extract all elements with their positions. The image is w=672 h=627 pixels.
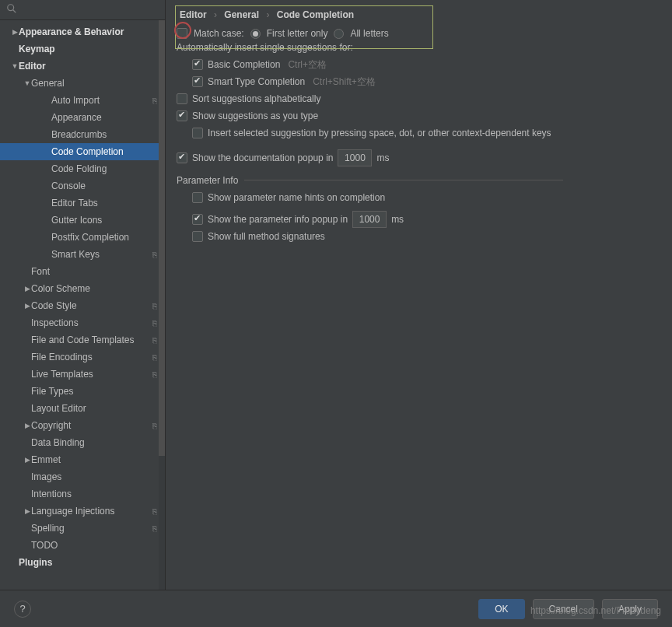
tree-item-label: Code Style: [31, 300, 152, 311]
basic-completion-checkbox[interactable]: [192, 59, 203, 70]
tree-item-inspections[interactable]: Inspections⎘: [0, 314, 165, 331]
project-badge-icon: ⎘: [152, 336, 157, 345]
tree-item-layout-editor[interactable]: Layout Editor: [0, 400, 165, 417]
tree-item-console[interactable]: Console: [0, 177, 165, 194]
tree-item-label: Breadcrumbs: [51, 129, 157, 140]
match-case-checkbox[interactable]: [177, 28, 187, 39]
tree-item-file-and-code-templates[interactable]: File and Code Templates⎘: [0, 331, 165, 349]
insert-selected-label[interactable]: Insert selected suggestion by pressing s…: [208, 128, 551, 138]
tree-item-plugins[interactable]: Plugins: [0, 554, 165, 571]
tree-item-appearance[interactable]: Appearance: [0, 109, 165, 126]
match-case-label[interactable]: Match case:: [194, 28, 244, 39]
name-hints-checkbox[interactable]: [192, 192, 203, 203]
param-popup-label1[interactable]: Show the parameter info popup in: [208, 214, 348, 225]
expand-arrow-icon[interactable]: ▶: [11, 28, 19, 36]
tree-item-appearance-behavior[interactable]: ▶Appearance & Behavior: [0, 23, 165, 40]
sort-alpha-checkbox[interactable]: [177, 93, 187, 104]
tree-item-label: Color Scheme: [31, 283, 157, 294]
tree-item-label: Postfix Completion: [51, 232, 157, 243]
scrollbar-thumb[interactable]: [159, 20, 165, 456]
tree-item-label: Plugins: [19, 557, 157, 568]
crumb-2[interactable]: Code Completion: [277, 9, 354, 20]
project-badge-icon: ⎘: [152, 370, 157, 379]
tree-item-label: Console: [51, 180, 157, 191]
doc-popup-checkbox[interactable]: [177, 152, 187, 163]
expand-arrow-icon[interactable]: ▶: [23, 422, 31, 429]
expand-arrow-icon[interactable]: ▶: [23, 285, 31, 292]
tree-item-color-scheme[interactable]: ▶Color Scheme: [0, 280, 165, 297]
full-sig-checkbox[interactable]: [192, 231, 203, 242]
tree-item-data-binding[interactable]: Data Binding: [0, 434, 165, 451]
doc-popup-input[interactable]: [338, 149, 372, 166]
tree-item-images[interactable]: Images: [0, 468, 165, 485]
ok-button[interactable]: OK: [478, 599, 524, 619]
show-type-checkbox[interactable]: [177, 110, 187, 121]
insert-selected-checkbox[interactable]: [192, 128, 203, 138]
tree-item-copyright[interactable]: ▶Copyright⎘: [0, 417, 165, 434]
smart-completion-checkbox[interactable]: [192, 76, 203, 87]
search-input[interactable]: [22, 5, 159, 16]
sort-alpha-label[interactable]: Sort suggestions alphabetically: [192, 93, 320, 104]
breadcrumb: Editor › General › Code Completion: [177, 6, 661, 25]
full-sig-label[interactable]: Show full method signatures: [208, 231, 325, 242]
tree-item-file-encodings[interactable]: File Encodings⎘: [0, 349, 165, 366]
match-all-label[interactable]: All letters: [350, 28, 388, 39]
expand-arrow-icon[interactable]: ▶: [23, 456, 31, 464]
tree-item-breadcrumbs[interactable]: Breadcrumbs: [0, 126, 165, 143]
expand-arrow-icon[interactable]: ▶: [23, 302, 31, 310]
basic-completion-label[interactable]: Basic Completion: [208, 59, 280, 70]
tree-item-editor-tabs[interactable]: Editor Tabs: [0, 194, 165, 212]
tree-item-intentions[interactable]: Intentions: [0, 485, 165, 503]
project-badge-icon: ⎘: [152, 250, 157, 259]
tree-item-smart-keys[interactable]: Smart Keys⎘: [0, 246, 165, 263]
tree-item-label: Intentions: [31, 489, 157, 499]
tree-item-label: Editor: [19, 61, 157, 72]
parameter-info-title: Parameter Info: [177, 175, 238, 186]
tree-item-gutter-icons[interactable]: Gutter Icons: [0, 212, 165, 229]
crumb-1[interactable]: General: [224, 9, 259, 20]
tree-item-label: Live Templates: [31, 369, 152, 380]
expand-arrow-icon[interactable]: ▶: [23, 507, 31, 515]
tree-item-keymap[interactable]: Keymap: [0, 40, 165, 58]
tree-item-auto-import[interactable]: Auto Import⎘: [0, 92, 165, 109]
tree-item-file-types[interactable]: File Types: [0, 383, 165, 400]
tree-item-label: Editor Tabs: [51, 198, 157, 208]
tree-item-label: Images: [31, 471, 157, 482]
tree-item-label: Auto Import: [51, 95, 152, 106]
tree-item-label: Code Completion: [51, 146, 157, 157]
crumb-0[interactable]: Editor: [180, 9, 207, 20]
tree-item-general[interactable]: ▼General: [0, 75, 165, 92]
tree-item-code-completion[interactable]: Code Completion: [0, 143, 165, 160]
expand-arrow-icon[interactable]: ▼: [23, 79, 31, 87]
match-all-radio[interactable]: [334, 29, 344, 39]
param-popup-checkbox[interactable]: [192, 214, 203, 225]
name-hints-label[interactable]: Show parameter name hints on completion: [208, 192, 385, 203]
param-popup-label2: ms: [391, 214, 404, 225]
tree-item-label: Gutter Icons: [51, 215, 157, 226]
tree-item-language-injections[interactable]: ▶Language Injections⎘: [0, 503, 165, 520]
tree-item-emmet[interactable]: ▶Emmet: [0, 451, 165, 468]
tree-item-label: Code Folding: [51, 163, 157, 174]
tree-item-editor[interactable]: ▼Editor: [0, 58, 165, 75]
expand-arrow-icon[interactable]: ▼: [11, 62, 19, 70]
help-button[interactable]: ?: [14, 601, 31, 618]
tree-scrollbar[interactable]: [159, 20, 165, 627]
smart-completion-label[interactable]: Smart Type Completion: [208, 76, 305, 87]
tree-item-live-templates[interactable]: Live Templates⎘: [0, 366, 165, 383]
tree-item-code-folding[interactable]: Code Folding: [0, 160, 165, 177]
tree-item-spelling[interactable]: Spelling⎘: [0, 520, 165, 537]
tree-item-postfix-completion[interactable]: Postfix Completion: [0, 229, 165, 246]
doc-popup-label1[interactable]: Show the documentation popup in: [192, 152, 333, 163]
watermark: https://blog.csdn.net/Fredydeng: [530, 605, 661, 616]
param-popup-input[interactable]: [352, 211, 387, 228]
tree-item-todo[interactable]: TODO: [0, 537, 165, 554]
show-type-label[interactable]: Show suggestions as you type: [192, 110, 318, 121]
match-first-label[interactable]: First letter only: [267, 28, 328, 39]
tree-item-code-style[interactable]: ▶Code Style⎘: [0, 297, 165, 314]
breadcrumb-sep: ›: [266, 9, 269, 20]
match-first-radio[interactable]: [250, 29, 261, 39]
tree-item-font[interactable]: Font: [0, 263, 165, 280]
smart-completion-hint: Ctrl+Shift+空格: [313, 75, 376, 89]
tree-item-label: General: [31, 78, 157, 89]
settings-tree[interactable]: ▶Appearance & BehaviorKeymap▼Editor▼Gene…: [0, 20, 165, 627]
